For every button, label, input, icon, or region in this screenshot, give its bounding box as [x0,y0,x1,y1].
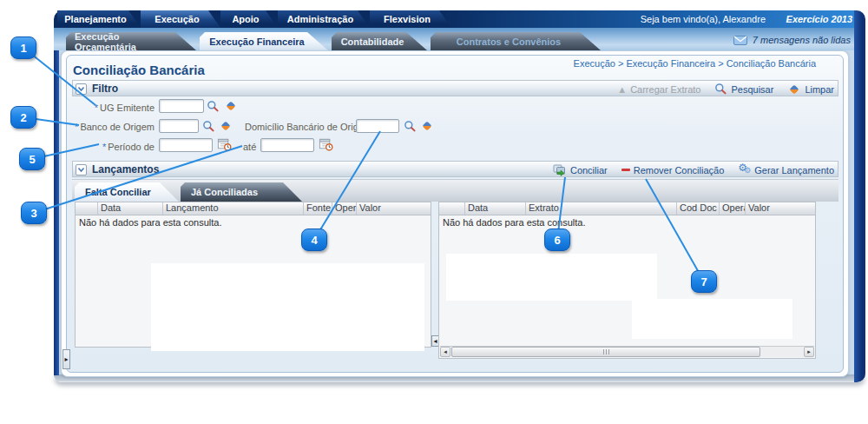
ug-emitente-label: *UG Emitente [52,103,155,113]
scrollbar-thumb[interactable] [451,347,760,357]
callout-badge-4: 4 [301,229,327,251]
ug-emitente-clear-icon[interactable] [224,99,238,113]
remover-conciliacao-button[interactable]: Remover Conciliação [621,165,725,176]
window-frame-left [54,24,59,375]
panel-collapse-handle[interactable]: ▸ [62,349,70,369]
left-col-fonte[interactable]: Fonte [304,202,332,215]
left-table: Data Lançamento Fonte Operaç Valor Não h… [75,202,431,348]
pesquisar-button[interactable]: Pesquisar [714,83,773,96]
window-frame-right [854,10,865,382]
welcome-text: Seja bem vindo(a), Alexandre [641,14,766,24]
periodo-de-calendar-icon[interactable] [217,137,232,151]
lancamentos-section-title: Lançamentos [92,163,159,176]
clear-diamond-icon [787,83,801,96]
right-empty-message: Não há dados para esta consulta. [443,217,586,228]
right-table-hscrollbar[interactable]: ◂ ▸ [440,346,814,357]
tab-execucao-financeira[interactable]: Execução Financeira [200,32,328,50]
carregar-extrato-label: Carregar Extrato [630,84,700,95]
envelope-icon [733,36,747,45]
right-col-select[interactable] [439,202,465,215]
banco-origem-clear-icon[interactable] [219,119,233,133]
right-col-data[interactable]: Data [465,202,526,215]
scroll-right-arrow[interactable]: ▸ [804,347,814,357]
white-overlay-patch [632,299,792,339]
white-overlay-patch [446,254,657,301]
left-col-lancamento[interactable]: Lançamento [163,202,304,215]
limpar-label: Limpar [805,84,834,95]
right-table-body: Não há dados para esta consulta. [439,215,815,347]
ate-calendar-icon[interactable] [319,137,333,151]
menu-item-apoio[interactable]: Apoio [220,10,278,28]
callout-badge-1: 1 [10,36,36,59]
conciliar-icon [553,163,567,176]
banco-origem-search-icon[interactable] [202,120,215,133]
left-col-operacao[interactable]: Operaç [332,202,357,215]
search-icon [714,83,727,96]
tab-contabilidade[interactable]: Contabilidade [332,32,427,50]
right-col-valor[interactable]: Valor [746,202,815,215]
ate-label: até [243,142,256,152]
callout-badge-3: 3 [21,202,47,224]
domicilio-search-icon[interactable] [404,120,417,133]
callout-badge-5: 5 [19,148,45,170]
screenshot-root: Planejamento Execução Apoio Administraçã… [0,0,868,424]
periodo-de-label: *Período de [52,142,155,152]
right-table: Data Extrato Cod Doc Operaç Valor Não há… [438,202,816,359]
left-col-valor[interactable]: Valor [357,202,431,215]
gears-icon: ⚙ ⚙ [738,163,751,176]
menu-item-execucao[interactable]: Execução [141,10,220,28]
gerar-lancamento-button[interactable]: ⚙ ⚙ Gerar Lançamento [738,163,834,176]
tab-execucao-orcamentaria[interactable]: Execução Orçamentária [66,32,196,50]
upload-triangle-icon: ▲ [617,84,627,95]
callout-badge-7: 7 [691,270,717,293]
right-col-coddoc[interactable]: Cod Doc [677,202,720,215]
lancamentos-collapse-button[interactable] [76,164,87,176]
conciliar-label: Conciliar [570,165,608,176]
remove-minus-icon [621,169,630,171]
remover-conciliacao-label: Remover Conciliação [634,165,725,176]
ug-emitente-search-icon[interactable] [207,100,220,113]
menu-item-flexvision[interactable]: Flexvision [370,10,451,28]
left-empty-message: Não há dados para esta consulta. [79,217,222,228]
menu-item-planejamento[interactable]: Planejamento [57,10,141,28]
breadcrumb[interactable]: Execução > Execução Financeira > Concili… [434,58,816,69]
domicilio-clear-icon[interactable] [420,119,434,133]
tab-ja-conciliadas[interactable]: Já Conciliadas [181,182,302,202]
right-col-operacao[interactable]: Operaç [720,202,746,215]
scroll-left-arrow[interactable]: ◂ [440,347,450,357]
filter-section-header: Filtro ▲ Carregar Extrato Pesquisar Limp… [72,80,838,96]
left-col-data[interactable]: Data [98,202,163,215]
callout-badge-6: 6 [544,229,570,251]
domicilio-input[interactable] [356,119,399,133]
callout-badge-2: 2 [10,106,36,129]
right-table-header: Data Extrato Cod Doc Operaç Valor [439,202,815,215]
conciliar-button[interactable]: Conciliar [553,163,608,176]
banco-origem-input[interactable] [159,119,199,133]
menu-item-administracao[interactable]: Administração [278,10,370,28]
periodo-de-input[interactable] [159,138,213,152]
banco-origem-label: *Banco de Origem [52,122,155,132]
domicilio-label: Domicílio Bancário de Origem [245,122,372,132]
exercise-year: Exercício 2013 [786,14,852,24]
ate-input[interactable] [260,138,314,152]
left-table-body: Não há dados para esta consulta. [76,215,431,347]
chevron-down-icon [76,166,86,174]
filter-section-title: Filtro [92,83,118,95]
ug-emitente-input[interactable] [159,99,204,113]
carregar-extrato-button[interactable]: ▲ Carregar Extrato [617,84,700,95]
right-col-extrato[interactable]: Extrato [526,202,677,215]
chevron-down-icon [76,85,86,93]
filter-collapse-button[interactable] [76,83,87,95]
lancamentos-section-header: Lançamentos Conciliar Remover Conciliaçã… [72,161,838,177]
limpar-button[interactable]: Limpar [787,83,834,96]
messages-notice[interactable]: 7 mensagens não lidas [733,35,851,45]
white-overlay-patch [151,263,424,351]
tab-contratos-convenios[interactable]: Contratos e Convênios [431,32,601,50]
gerar-lancamento-label: Gerar Lançamento [754,165,834,176]
messages-notice-label: 7 mensagens não lidas [753,35,851,45]
pesquisar-label: Pesquisar [731,84,773,95]
left-table-header: Data Lançamento Fonte Operaç Valor [76,202,431,215]
page-title: Conciliação Bancária [73,63,205,77]
left-col-select[interactable] [76,202,98,215]
